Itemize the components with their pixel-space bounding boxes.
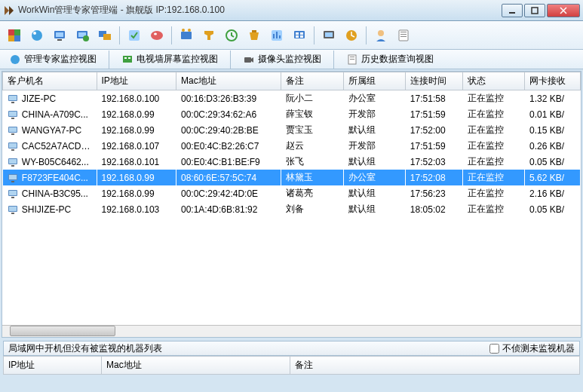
tab-label: 电视墙屏幕监控视图 xyxy=(137,53,218,66)
svg-rect-42 xyxy=(123,56,132,63)
cell-ip: 192.168.0.101 xyxy=(97,154,176,170)
cell-ip: 192.168.0.107 xyxy=(97,138,176,154)
no-probe-checkbox-label[interactable]: 不侦测未监视机器 xyxy=(489,342,575,355)
cell-rx: 0.01 KB/ xyxy=(525,106,581,122)
maximize-button[interactable] xyxy=(524,4,545,17)
col-ip[interactable]: IP地址 xyxy=(4,357,102,375)
client-table: 客户机名 IP地址 Mac地址 备注 所属组 连接时间 状态 网卡接收 JIZE… xyxy=(2,72,581,217)
cell-name: CAC52A7ACD7... xyxy=(3,138,97,154)
cell-mac: 00:0C:29:34:62:A6 xyxy=(176,106,281,122)
col-rx[interactable]: 网卡接收 xyxy=(525,72,581,90)
svg-rect-19 xyxy=(181,32,192,39)
svg-point-13 xyxy=(83,35,89,41)
cell-mac: 00:16:D3:26:B3:39 xyxy=(176,90,281,107)
svg-rect-57 xyxy=(11,133,14,135)
scrollbar-thumb[interactable] xyxy=(10,326,115,336)
cell-mac: 00:E0:4C:B2:26:C7 xyxy=(176,138,281,154)
cell-status: 正在监控 xyxy=(462,154,524,170)
col-mac[interactable]: Mac地址 xyxy=(176,72,281,90)
tool-btn-2[interactable] xyxy=(27,26,47,45)
table-row[interactable]: CHINA-A709C...192.168.0.9900:0C:29:34:62… xyxy=(3,106,581,122)
svg-rect-60 xyxy=(11,149,14,151)
view-tabbar: 管理专家监控视图 电视墙屏幕监控视图 摄像头监控视图 历史数据查询视图 xyxy=(0,50,583,69)
tab-label: 摄像头监控视图 xyxy=(258,53,321,66)
col-ip[interactable]: IP地址 xyxy=(97,72,176,90)
no-probe-checkbox[interactable] xyxy=(489,344,499,354)
cell-status: 正在监控 xyxy=(462,122,524,138)
cell-time: 18:05:02 xyxy=(405,201,462,217)
cell-rx: 5.62 KB/ xyxy=(525,170,581,185)
table-row[interactable]: WY-B05C6462...192.168.0.10100:E0:4C:B1:B… xyxy=(3,154,581,170)
col-remark[interactable]: 备注 xyxy=(281,72,343,90)
window-controls xyxy=(502,4,580,17)
pc-icon xyxy=(8,94,18,103)
col-group[interactable]: 所属组 xyxy=(343,72,405,90)
tool-btn-1[interactable] xyxy=(5,26,24,45)
svg-rect-48 xyxy=(350,59,354,60)
cell-remark: 张飞 xyxy=(281,154,343,170)
tool-btn-5[interactable] xyxy=(95,26,115,45)
tool-btn-17[interactable] xyxy=(394,26,413,45)
cell-ip: 192.168.0.99 xyxy=(97,185,176,201)
svg-rect-63 xyxy=(11,165,14,167)
table-header-row: 客户机名 IP地址 Mac地址 备注 所属组 连接时间 状态 网卡接收 xyxy=(3,72,581,90)
pc-icon xyxy=(8,126,18,135)
pc-icon xyxy=(8,142,18,151)
svg-rect-59 xyxy=(9,143,17,148)
table-row[interactable]: F8723FE404C...192.168.0.9908:60:6E:57:5C… xyxy=(3,170,581,185)
cell-status: 正在监控 xyxy=(462,170,524,185)
tab-history-view[interactable]: 历史数据查询视图 xyxy=(342,51,438,67)
svg-rect-69 xyxy=(11,197,14,198)
table-row[interactable]: WANGYA7-PC192.168.0.9900:0C:29:40:2B:BE贾… xyxy=(3,122,581,138)
tool-btn-9[interactable] xyxy=(199,26,219,45)
horizontal-scrollbar[interactable] xyxy=(2,325,581,337)
svg-rect-3 xyxy=(14,35,20,41)
cell-remark: 刘备 xyxy=(281,201,343,217)
cell-name: F8723FE404C... xyxy=(3,170,97,185)
tool-btn-8[interactable] xyxy=(176,26,196,45)
cell-group: 办公室 xyxy=(343,90,405,107)
tab-camera-view[interactable]: 摄像头监控视图 xyxy=(238,51,326,67)
table-row[interactable]: CAC52A7ACD7...192.168.0.10700:E0:4C:B2:2… xyxy=(3,138,581,154)
cell-ip: 192.168.0.99 xyxy=(97,170,176,185)
col-client-name[interactable]: 客户机名 xyxy=(3,72,97,90)
pc-icon xyxy=(8,173,18,182)
col-status[interactable]: 状态 xyxy=(462,72,524,90)
close-button[interactable] xyxy=(547,4,580,17)
tab-wall-view[interactable]: 电视墙屏幕监控视图 xyxy=(117,51,222,67)
col-mac[interactable]: Mac地址 xyxy=(102,357,290,375)
table-row[interactable]: SHIJIZE-PC192.168.0.10300:1A:4D:6B:81:92… xyxy=(3,201,581,217)
pc-icon xyxy=(8,205,18,214)
cell-mac: 08:60:6E:57:5C:74 xyxy=(176,170,281,185)
tool-btn-11[interactable] xyxy=(244,26,264,45)
tool-btn-6[interactable] xyxy=(124,26,144,45)
tool-btn-13[interactable] xyxy=(290,26,309,45)
tool-btn-15[interactable] xyxy=(342,26,361,45)
cell-remark: 阮小二 xyxy=(281,90,343,107)
svg-rect-39 xyxy=(400,34,407,35)
svg-rect-50 xyxy=(9,96,17,100)
table-row[interactable]: JIZE-PC192.168.0.10000:16:D3:26:B3:39阮小二… xyxy=(3,90,581,107)
col-time[interactable]: 连接时间 xyxy=(405,72,462,90)
tab-monitor-view[interactable]: 管理专家监控视图 xyxy=(5,51,101,67)
tool-btn-4[interactable] xyxy=(72,26,92,45)
cell-remark: 贾宝玉 xyxy=(281,122,343,138)
pc-icon xyxy=(8,189,18,198)
cell-time: 17:52:08 xyxy=(405,170,462,185)
svg-rect-25 xyxy=(273,34,275,38)
svg-rect-27 xyxy=(279,35,281,38)
tool-btn-14[interactable] xyxy=(319,26,339,45)
tool-btn-7[interactable] xyxy=(147,26,167,45)
tool-btn-12[interactable] xyxy=(267,26,287,45)
cell-group: 默认组 xyxy=(343,154,405,170)
cell-group: 默认组 xyxy=(343,185,405,201)
table-row[interactable]: CHINA-B3C95...192.168.0.9900:0C:29:42:4D… xyxy=(3,185,581,201)
tool-btn-16[interactable] xyxy=(371,26,391,45)
tool-btn-10[interactable] xyxy=(222,26,241,45)
cell-group: 默认组 xyxy=(343,122,405,138)
col-remark[interactable]: 备注 xyxy=(290,357,580,375)
tool-btn-3[interactable] xyxy=(50,26,69,45)
minimize-button[interactable] xyxy=(502,4,523,17)
cell-group: 开发部 xyxy=(343,138,405,154)
bottom-panel: 局域网中开机但没有被监视的机器列表 不侦测未监视机器 IP地址 Mac地址 备注 xyxy=(2,339,581,376)
